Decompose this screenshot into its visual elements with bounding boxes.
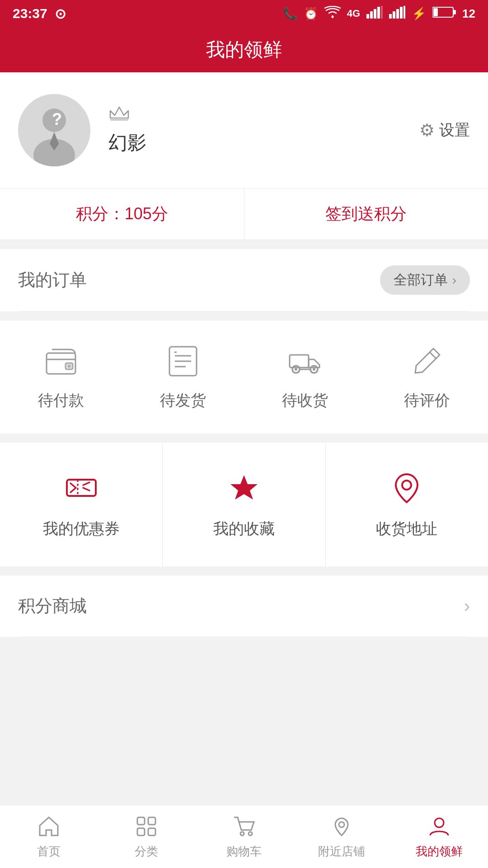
edit-icon bbox=[409, 343, 445, 379]
signal-4g-icon: 4G bbox=[347, 8, 360, 19]
separator-2 bbox=[0, 311, 488, 321]
orders-title: 我的订单 bbox=[18, 269, 87, 292]
svg-rect-12 bbox=[453, 10, 456, 14]
coupon-icon bbox=[63, 470, 99, 506]
battery-number: 12 bbox=[462, 7, 475, 21]
svg-point-37 bbox=[240, 832, 244, 835]
svg-rect-8 bbox=[396, 9, 399, 19]
cart-icon bbox=[231, 814, 257, 839]
tool-coupon[interactable]: 我的优惠券 bbox=[0, 443, 163, 566]
list-icon bbox=[165, 343, 201, 379]
profile-section: ? 幻影 ⚙ 设置 bbox=[0, 72, 488, 188]
avatar[interactable]: ? bbox=[18, 94, 90, 166]
gear-icon: ⚙ bbox=[419, 120, 435, 140]
header: 我的领鲜 bbox=[0, 27, 488, 72]
svg-text:?: ? bbox=[52, 110, 62, 128]
delivery-icon bbox=[287, 343, 323, 379]
points-mall-title: 积分商城 bbox=[18, 594, 87, 618]
svg-rect-6 bbox=[389, 14, 392, 19]
nav-home-label: 首页 bbox=[37, 844, 61, 859]
nav-home[interactable]: 首页 bbox=[0, 805, 98, 868]
svg-marker-31 bbox=[230, 475, 258, 500]
nav-category[interactable]: 分类 bbox=[98, 805, 195, 868]
order-label-pending-payment: 待付款 bbox=[38, 390, 84, 411]
all-orders-label: 全部订单 bbox=[394, 271, 448, 289]
signal-bars2-icon bbox=[389, 6, 405, 22]
points-row: 积分：105分 签到送积分 bbox=[0, 188, 488, 240]
svg-rect-10 bbox=[404, 6, 405, 19]
svg-rect-2 bbox=[370, 11, 373, 19]
nav-cart[interactable]: 购物车 bbox=[195, 805, 293, 868]
signal-bars-icon bbox=[366, 6, 383, 22]
points-label: 积分：105分 bbox=[76, 203, 168, 225]
all-orders-chevron: › bbox=[452, 273, 456, 288]
lightning-icon: ⚡ bbox=[412, 7, 426, 21]
bottom-nav: 首页 分类 购物车 bbox=[0, 805, 488, 868]
points-mall-row[interactable]: 积分商城 › bbox=[18, 576, 470, 637]
svg-rect-3 bbox=[374, 9, 376, 19]
svg-rect-33 bbox=[137, 817, 145, 825]
star-icon bbox=[226, 470, 262, 506]
order-item-pending-ship[interactable]: 待发货 bbox=[122, 343, 244, 411]
nav-my[interactable]: 我的领鲜 bbox=[390, 805, 488, 868]
nav-category-label: 分类 bbox=[135, 844, 158, 859]
tool-address[interactable]: 收货地址 bbox=[326, 443, 488, 566]
location-icon bbox=[389, 470, 425, 506]
svg-point-22 bbox=[68, 365, 70, 368]
svg-rect-1 bbox=[366, 14, 369, 19]
tool-address-label: 收货地址 bbox=[376, 519, 437, 539]
phone-icon: 📞 bbox=[283, 7, 297, 21]
svg-rect-36 bbox=[148, 828, 155, 835]
order-icons-row: 待付款 待发货 bbox=[0, 321, 488, 434]
settings-button[interactable]: ⚙ 设置 bbox=[419, 120, 470, 141]
svg-rect-9 bbox=[400, 7, 403, 19]
separator-1 bbox=[0, 240, 488, 249]
orders-section: 我的订单 全部订单 › bbox=[0, 249, 488, 311]
sign-in-cell[interactable]: 签到送积分 bbox=[244, 189, 488, 240]
page-title: 我的领鲜 bbox=[206, 37, 282, 62]
nearby-icon bbox=[329, 814, 354, 839]
svg-rect-35 bbox=[137, 828, 145, 835]
status-bar: 23:37 ⊙ 📞 ⏰ 4G bbox=[0, 0, 488, 27]
settings-label: 设置 bbox=[439, 120, 470, 141]
order-item-pending-payment[interactable]: 待付款 bbox=[0, 343, 122, 411]
order-label-pending-receive: 待收货 bbox=[282, 390, 328, 411]
nav-cart-label: 购物车 bbox=[226, 844, 262, 859]
order-item-pending-receive[interactable]: 待收货 bbox=[244, 343, 366, 411]
svg-rect-4 bbox=[377, 7, 380, 19]
tool-favorites-label: 我的收藏 bbox=[213, 519, 275, 539]
svg-point-40 bbox=[435, 818, 444, 827]
svg-point-32 bbox=[402, 481, 411, 490]
svg-point-0 bbox=[331, 15, 333, 18]
svg-point-27 bbox=[295, 368, 297, 371]
tools-section: 我的优惠券 我的收藏 收货地址 bbox=[0, 434, 488, 576]
svg-rect-13 bbox=[433, 8, 438, 16]
svg-rect-34 bbox=[148, 817, 155, 825]
order-item-pending-review[interactable]: 待评价 bbox=[366, 343, 488, 411]
order-label-pending-ship: 待发货 bbox=[160, 390, 206, 411]
tool-coupon-label: 我的优惠券 bbox=[43, 519, 120, 539]
username: 幻影 bbox=[108, 130, 146, 156]
wallet-icon bbox=[43, 343, 79, 379]
svg-rect-25 bbox=[290, 355, 309, 368]
svg-rect-5 bbox=[381, 6, 383, 19]
wifi-icon bbox=[324, 6, 341, 22]
svg-rect-7 bbox=[393, 11, 395, 19]
tool-favorites[interactable]: 我的收藏 bbox=[163, 443, 325, 566]
home-icon bbox=[36, 814, 61, 839]
points-mall-section: 积分商城 › bbox=[0, 576, 488, 637]
crown-icon bbox=[108, 105, 146, 126]
nav-my-label: 我的领鲜 bbox=[416, 844, 463, 859]
all-orders-button[interactable]: 全部订单 › bbox=[380, 265, 470, 295]
svg-rect-19 bbox=[110, 118, 128, 121]
nav-nearby[interactable]: 附近店铺 bbox=[293, 805, 390, 868]
nav-nearby-label: 附近店铺 bbox=[318, 844, 365, 859]
category-icon bbox=[134, 814, 159, 839]
order-label-pending-review: 待评价 bbox=[404, 390, 450, 411]
battery-icon bbox=[432, 6, 456, 21]
nav-spacer bbox=[0, 637, 488, 655]
my-icon bbox=[427, 814, 452, 839]
svg-point-29 bbox=[313, 368, 315, 371]
points-cell[interactable]: 积分：105分 bbox=[0, 189, 244, 240]
points-mall-chevron: › bbox=[464, 596, 470, 616]
